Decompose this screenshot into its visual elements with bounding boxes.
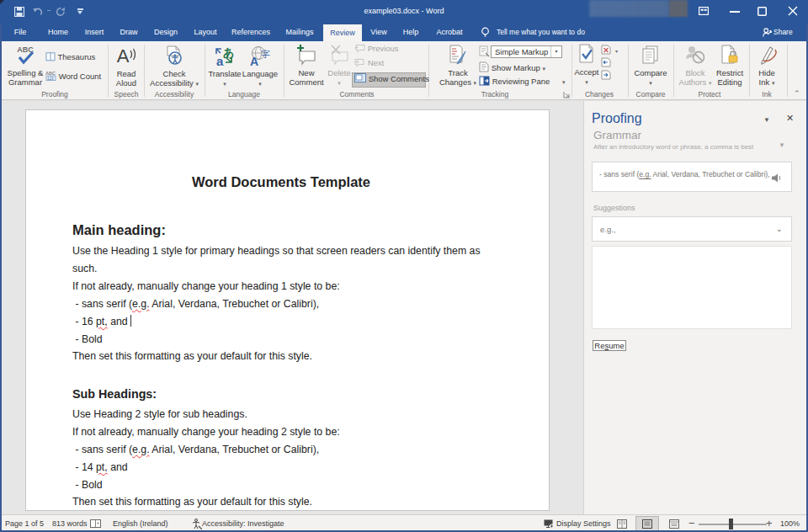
svg-text:123: 123 (47, 77, 54, 81)
svg-text:A: A (117, 45, 130, 66)
svg-text:A: A (250, 55, 258, 67)
svg-text:ABC: ABC (45, 71, 56, 76)
svg-text:あ: あ (223, 46, 234, 59)
svg-text:字: 字 (261, 49, 270, 59)
